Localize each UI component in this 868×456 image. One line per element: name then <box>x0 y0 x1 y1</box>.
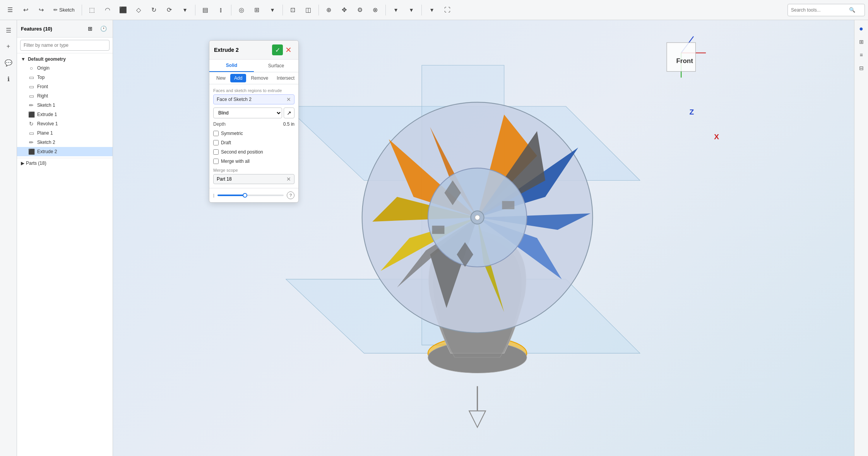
faces-clear-btn[interactable]: ✕ <box>286 96 291 102</box>
tree-item-extrude2[interactable]: ⬛ Extrude 2 <box>17 147 113 156</box>
toolbar-fullscreen-btn[interactable]: ⛶ <box>440 3 454 17</box>
side-icon-features[interactable]: ☰ <box>2 23 15 37</box>
merge-scope-label: Merge scope <box>213 168 294 172</box>
merge-all-checkbox[interactable] <box>213 159 219 164</box>
viewport[interactable]: Extrude 2 ✓ ✕ Solid Surface New Add Remo… <box>113 20 854 456</box>
feature-expand-btn[interactable]: ⊞ <box>85 23 96 34</box>
side-icon-info[interactable]: ℹ <box>2 72 15 86</box>
slider-thumb[interactable] <box>243 193 247 198</box>
toolbar-more-btn[interactable]: ▾ <box>178 3 192 17</box>
merge-scope-clear-btn[interactable]: ✕ <box>286 176 291 182</box>
feature-history-btn[interactable]: 🕐 <box>98 23 109 34</box>
toolbar-divider-6 <box>385 5 386 15</box>
toolbar-extrude-btn[interactable]: ⬛ <box>116 3 130 17</box>
draft-label: Draft <box>221 140 231 145</box>
search-input[interactable] <box>791 7 849 13</box>
toolbar-more3-btn[interactable]: ▾ <box>404 3 418 17</box>
side-icon-add[interactable]: + <box>2 39 15 53</box>
toolbar-mirror-btn[interactable]: ⫿ <box>214 3 228 17</box>
sub-tab-intersect[interactable]: Intersect <box>273 74 298 82</box>
right-icon-1[interactable]: ● <box>856 23 867 34</box>
merge-scope-row[interactable]: Part 18 ✕ <box>213 174 294 184</box>
toolbar-measure-btn[interactable]: ⊕ <box>322 3 336 17</box>
toolbar-sweep-btn[interactable]: ⟳ <box>163 3 176 17</box>
toolbar-split-btn[interactable]: ⊞ <box>250 3 264 17</box>
toolbar-mate-btn[interactable]: ⊗ <box>368 3 382 17</box>
end-type-select[interactable]: Blind <box>213 108 282 118</box>
dialog-header: Extrude 2 ✓ ✕ <box>209 41 298 60</box>
toolbar-fillet-btn[interactable]: ◠ <box>101 3 115 17</box>
dialog-help-btn[interactable]: ? <box>287 191 294 199</box>
depth-value: 0.5 in <box>283 121 294 127</box>
toolbar-undo-btn[interactable]: ↩ <box>19 3 33 17</box>
slider-row: | ? <box>209 188 298 202</box>
tree-content: ▼ Default geometry ○ Origin ▭ Top ▭ Fron… <box>17 53 113 456</box>
side-icon-comment[interactable]: 💬 <box>2 56 15 70</box>
toolbar-assemble-btn[interactable]: ⚙ <box>353 3 367 17</box>
toolbar-menu-btn[interactable]: ☰ <box>3 3 17 17</box>
second-end-row: Second end position <box>213 149 294 155</box>
dialog-confirm-btn[interactable]: ✓ <box>272 44 283 55</box>
right-icons: ● ⊞ ≡ ⊟ <box>854 20 868 456</box>
depth-slider[interactable] <box>217 195 284 196</box>
toolbar-move-btn[interactable]: ✥ <box>337 3 351 17</box>
toolbar-view-btn[interactable]: ⊡ <box>286 3 300 17</box>
dialog-overlay: Extrude 2 ✓ ✕ Solid Surface New Add Remo… <box>209 40 299 203</box>
toolbar-divider-3 <box>231 5 231 15</box>
tree-item-top[interactable]: ▭ Top <box>17 73 113 82</box>
tab-solid[interactable]: Solid <box>209 60 254 72</box>
toolbar-divider-1 <box>82 5 82 15</box>
toolbar-sketch-btn[interactable]: ✏ Sketch <box>50 3 79 17</box>
draft-row: Draft <box>213 139 294 146</box>
tree-item-right[interactable]: ▭ Right <box>17 91 113 101</box>
plane-icon-top: ▭ <box>28 74 35 80</box>
dialog-body: Faces and sketch regions to extrude Face… <box>209 84 298 188</box>
toolbar-revolve-btn[interactable]: ↻ <box>147 3 161 17</box>
end-type-flip-btn[interactable]: ↗ <box>284 108 294 118</box>
main-area: ☰ + 💬 ℹ Features (10) ⊞ 🕐 ▼ Default geom… <box>0 20 868 456</box>
feature-panel: Features (10) ⊞ 🕐 ▼ Default geometry ○ O… <box>17 20 113 456</box>
tree-section-default-geometry[interactable]: ▼ Default geometry <box>17 55 113 63</box>
toolbar-more4-btn[interactable]: ▾ <box>425 3 439 17</box>
second-end-checkbox[interactable] <box>213 149 219 155</box>
symmetric-checkbox[interactable] <box>213 131 219 136</box>
draft-checkbox[interactable] <box>213 140 219 145</box>
merge-all-row: Merge with all <box>213 158 294 165</box>
tree-item-front[interactable]: ▭ Front <box>17 82 113 91</box>
filter-input[interactable] <box>20 40 110 51</box>
tree-item-plane1[interactable]: ▭ Plane 1 <box>17 128 113 138</box>
toolbar-more2-btn[interactable]: ▾ <box>265 3 279 17</box>
toolbar-sketch2-btn[interactable]: ⬚ <box>85 3 99 17</box>
toolbar-redo-btn[interactable]: ↪ <box>34 3 48 17</box>
parts-row[interactable]: ▶ Parts (18) <box>17 158 113 168</box>
search-box: 🔍 <box>788 4 865 16</box>
sub-tab-new[interactable]: New <box>212 74 229 82</box>
faces-value-row[interactable]: Face of Sketch 2 ✕ <box>213 94 294 104</box>
toolbar-plane-btn[interactable]: ▤ <box>199 3 212 17</box>
tab-surface[interactable]: Surface <box>254 60 298 72</box>
tree-item-extrude1[interactable]: ⬛ Extrude 1 <box>17 110 113 119</box>
3d-model <box>362 102 593 427</box>
tree-item-sketch2[interactable]: ✏ Sketch 2 <box>17 138 113 147</box>
toolbar-render-btn[interactable]: ▾ <box>389 3 403 17</box>
extrude-icon-1: ⬛ <box>28 111 35 118</box>
toolbar-divider-7 <box>421 5 422 15</box>
tree-item-sketch1[interactable]: ✏ Sketch 1 <box>17 101 113 110</box>
right-icon-3[interactable]: ≡ <box>856 50 867 60</box>
right-icon-2[interactable]: ⊞ <box>856 36 867 47</box>
toolbar-chamfer-btn[interactable]: ◇ <box>132 3 146 17</box>
depth-row: Depth 0.5 in <box>213 121 294 127</box>
tree-item-revolve1[interactable]: ↻ Revolve 1 <box>17 119 113 128</box>
toolbar-divider-2 <box>195 5 195 15</box>
dialog-cancel-btn[interactable]: ✕ <box>283 44 294 55</box>
collapse-icon: ▼ <box>21 56 26 62</box>
sketch-icon-1: ✏ <box>28 102 35 108</box>
tree-item-origin[interactable]: ○ Origin <box>17 63 113 73</box>
toolbar-boolean-btn[interactable]: ◎ <box>235 3 248 17</box>
right-icon-4[interactable]: ⊟ <box>856 63 867 73</box>
sub-tab-remove[interactable]: Remove <box>247 74 272 82</box>
dialog-title: Extrude 2 <box>214 47 272 53</box>
end-type-row: Blind ↗ <box>213 108 294 118</box>
sub-tab-add[interactable]: Add <box>230 74 246 82</box>
toolbar-section-btn[interactable]: ◫ <box>301 3 315 17</box>
